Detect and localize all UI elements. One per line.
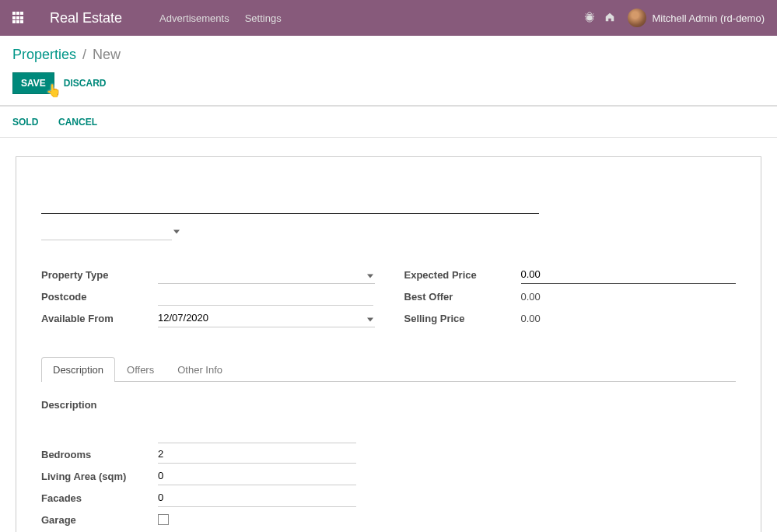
- sold-button[interactable]: SOLD: [12, 117, 38, 128]
- navbar: Real Estate Advertisements Settings Mitc…: [0, 0, 777, 36]
- expected-price-label: Expected Price: [404, 269, 521, 281]
- garage-checkbox[interactable]: [158, 514, 169, 525]
- tab-description[interactable]: Description: [41, 357, 115, 382]
- form-sheet: Property Type Postcode Available From Ex…: [16, 156, 761, 532]
- tags-input[interactable]: [41, 222, 172, 240]
- right-column: Expected Price Best Offer 0.00 Selling P…: [404, 264, 737, 329]
- breadcrumb-root[interactable]: Properties: [12, 47, 76, 63]
- selling-price-value: 0.00: [521, 310, 737, 327]
- chevron-down-icon[interactable]: [367, 269, 373, 281]
- best-offer-value: 0.00: [521, 288, 737, 306]
- property-type-input[interactable]: [158, 265, 375, 284]
- garage-label: Garage: [41, 514, 158, 526]
- user-menu[interactable]: Mitchell Admin (rd-demo): [653, 12, 765, 24]
- available-from-input[interactable]: [158, 309, 375, 327]
- apps-icon[interactable]: [12, 12, 25, 24]
- menu-advertisements[interactable]: Advertisements: [159, 12, 229, 24]
- main-fields-grid: Property Type Postcode Available From Ex…: [41, 264, 736, 329]
- button-bar: SAVE👆 DISCARD: [0, 69, 777, 106]
- cursor-icon: 👆: [46, 83, 61, 98]
- property-name-input[interactable]: [41, 179, 539, 214]
- property-type-label: Property Type: [41, 269, 158, 281]
- postcode-label: Postcode: [41, 291, 158, 303]
- bedrooms-input[interactable]: [158, 445, 356, 464]
- living-area-label: Living Area (sqm): [41, 471, 158, 482]
- discard-button[interactable]: DISCARD: [64, 78, 107, 89]
- cancel-button[interactable]: CANCEL: [58, 117, 97, 128]
- available-from-label: Available From: [41, 313, 158, 324]
- breadcrumb-separator: /: [82, 47, 86, 63]
- description-input[interactable]: [158, 425, 356, 443]
- debug-icon[interactable]: [584, 12, 595, 25]
- left-column: Property Type Postcode Available From: [41, 264, 373, 329]
- statusbar: SOLD CANCEL: [0, 106, 777, 138]
- living-area-input[interactable]: [158, 467, 356, 485]
- selling-price-label: Selling Price: [404, 313, 521, 324]
- facades-input[interactable]: [158, 488, 356, 507]
- bedrooms-label: Bedrooms: [41, 449, 158, 460]
- chevron-down-icon[interactable]: [367, 313, 373, 324]
- facades-label: Facades: [41, 492, 158, 504]
- tags-row: [41, 222, 736, 240]
- description-section-title: Description: [41, 399, 736, 411]
- form-sheet-wrapper: Property Type Postcode Available From Ex…: [0, 138, 777, 532]
- home-icon[interactable]: [604, 12, 615, 25]
- tab-offers[interactable]: Offers: [115, 357, 166, 382]
- svg-point-0: [586, 15, 592, 20]
- avatar[interactable]: [628, 9, 646, 27]
- expected-price-input[interactable]: [521, 265, 737, 284]
- chevron-down-icon[interactable]: [173, 225, 180, 236]
- menu-settings[interactable]: Settings: [245, 12, 282, 24]
- breadcrumb-current: New: [93, 47, 121, 63]
- tab-other-info[interactable]: Other Info: [166, 357, 234, 382]
- tabs: Description Offers Other Info: [41, 357, 736, 382]
- app-brand[interactable]: Real Estate: [50, 10, 122, 26]
- best-offer-label: Best Offer: [404, 291, 521, 303]
- postcode-input[interactable]: [158, 287, 373, 306]
- save-button[interactable]: SAVE👆: [12, 72, 54, 94]
- breadcrumb: Properties / New: [0, 36, 777, 69]
